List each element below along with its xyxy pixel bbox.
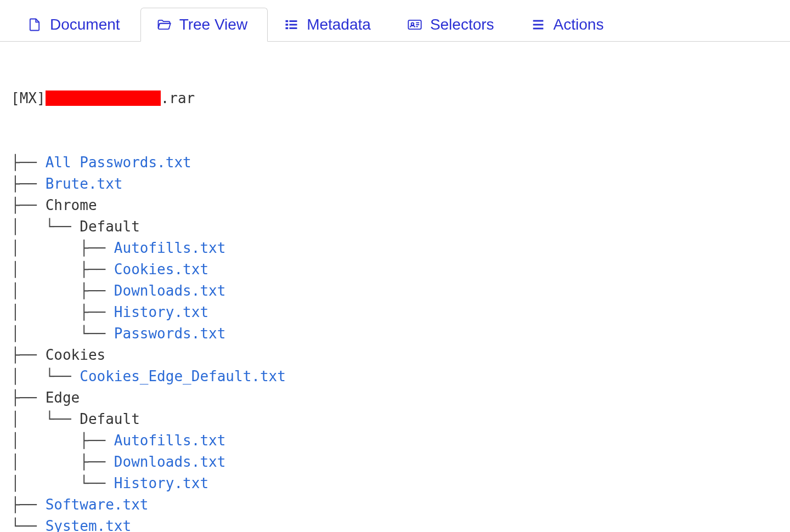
- tab-actions[interactable]: Actions: [515, 8, 624, 42]
- tab-label: Document: [50, 16, 120, 33]
- tab-document[interactable]: Document: [11, 8, 140, 42]
- tree-file-link[interactable]: Downloads.txt: [114, 451, 226, 473]
- tab-tree-view[interactable]: Tree View: [140, 8, 268, 42]
- tree-prefix: ├──: [11, 494, 46, 516]
- tree-folder: Chrome: [46, 195, 97, 216]
- tree-line: ├── Cookies: [11, 344, 790, 366]
- tree-line: │ ├── Autofills.txt: [11, 430, 790, 451]
- tree-file-link[interactable]: Brute.txt: [46, 173, 123, 195]
- tree-line: │ └── Default: [11, 409, 790, 430]
- tree-prefix: │ ├──: [11, 280, 114, 302]
- tree-line: │ ├── Cookies.txt: [11, 259, 790, 280]
- file-icon: [27, 17, 42, 32]
- tree-line: ├── Software.txt: [11, 494, 790, 516]
- tree-file-link[interactable]: All Passwords.txt: [46, 152, 191, 173]
- tree-file-link[interactable]: History.txt: [114, 473, 208, 494]
- redacted-block: [46, 90, 161, 106]
- tree-file-link[interactable]: Software.txt: [46, 494, 149, 516]
- folder-open-icon: [156, 17, 172, 32]
- tab-selectors[interactable]: Selectors: [391, 8, 515, 42]
- tree-root: [MX].rar: [11, 88, 790, 109]
- root-suffix: .rar: [161, 88, 195, 109]
- svg-rect-0: [286, 20, 289, 22]
- tree-prefix: │ ├──: [11, 302, 114, 323]
- tree-prefix: │ └──: [11, 409, 80, 430]
- tab-metadata[interactable]: Metadata: [268, 8, 391, 42]
- tree-line: ├── Brute.txt: [11, 173, 790, 195]
- tree-prefix: │ └──: [11, 216, 80, 237]
- tree-line: │ ├── Autofills.txt: [11, 237, 790, 259]
- tree-file-link[interactable]: Passwords.txt: [114, 323, 226, 344]
- tree-prefix: │ ├──: [11, 430, 114, 451]
- tree-line: └── System.txt: [11, 516, 790, 532]
- tree-file-link[interactable]: Cookies_Edge_Default.txt: [80, 366, 286, 387]
- svg-point-7: [411, 23, 414, 26]
- tab-label: Actions: [554, 16, 604, 33]
- tree-line: │ └── History.txt: [11, 473, 790, 494]
- tree-file-link[interactable]: Autofills.txt: [114, 237, 226, 259]
- tree-file-link[interactable]: Autofills.txt: [114, 430, 226, 451]
- id-card-icon: [407, 17, 422, 32]
- tree-line: │ └── Passwords.txt: [11, 323, 790, 344]
- tree-prefix: ├──: [11, 195, 46, 216]
- menu-icon: [531, 17, 546, 32]
- svg-rect-4: [286, 27, 289, 30]
- tree-folder: Default: [80, 409, 140, 430]
- tree-prefix: ├──: [11, 344, 46, 366]
- tree-folder: Edge: [46, 387, 80, 409]
- tree-file-link[interactable]: Downloads.txt: [114, 280, 226, 302]
- tree-prefix: ├──: [11, 387, 46, 409]
- tree-folder: Cookies: [46, 344, 106, 366]
- tree-prefix: │ ├──: [11, 451, 114, 473]
- tree-prefix: │ └──: [11, 323, 114, 344]
- tab-label: Metadata: [307, 16, 371, 33]
- tree-line: ├── Chrome: [11, 195, 790, 216]
- tree-line: │ └── Cookies_Edge_Default.txt: [11, 366, 790, 387]
- tree-line: │ ├── Downloads.txt: [11, 451, 790, 473]
- tree-prefix: │ ├──: [11, 237, 114, 259]
- tree-prefix: │ └──: [11, 473, 114, 494]
- svg-rect-2: [286, 24, 289, 26]
- tab-bar: Document Tree View Metadata Selectors Ac…: [0, 0, 790, 42]
- tree-prefix: ├──: [11, 173, 46, 195]
- svg-rect-6: [408, 20, 421, 29]
- tree-folder: Default: [80, 216, 140, 237]
- tree-line: ├── Edge: [11, 387, 790, 409]
- tab-label: Selectors: [430, 16, 494, 33]
- tree-file-link[interactable]: Cookies.txt: [114, 259, 208, 280]
- tree-file-link[interactable]: History.txt: [114, 302, 208, 323]
- tab-label: Tree View: [179, 16, 248, 33]
- tree-line: │ ├── History.txt: [11, 302, 790, 323]
- tree-line: ├── All Passwords.txt: [11, 152, 790, 173]
- tree-line: │ ├── Downloads.txt: [11, 280, 790, 302]
- list-icon: [284, 17, 299, 32]
- tree-view-content: [MX].rar ├── All Passwords.txt├── Brute.…: [0, 42, 790, 532]
- tree-file-link[interactable]: System.txt: [46, 516, 132, 532]
- tree-prefix: ├──: [11, 152, 46, 173]
- tree-line: │ └── Default: [11, 216, 790, 237]
- tree-prefix: │ └──: [11, 366, 80, 387]
- tree-prefix: └──: [11, 516, 46, 532]
- root-prefix: [MX]: [11, 88, 46, 109]
- tree-prefix: │ ├──: [11, 259, 114, 280]
